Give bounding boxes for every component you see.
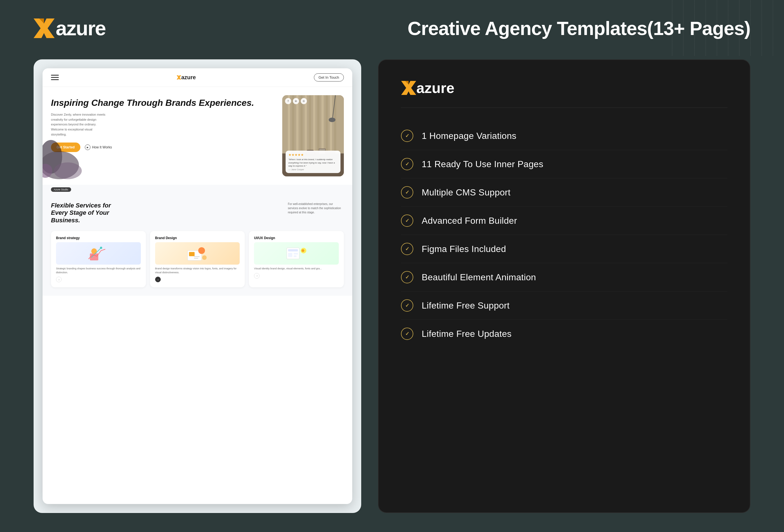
svg-rect-36 — [194, 258, 198, 259]
svg-rect-18 — [330, 95, 332, 151]
svg-point-34 — [198, 247, 205, 254]
feature-item-1: ✓ 1 Homepage Variations — [401, 122, 727, 150]
check-icon-4: ✓ — [401, 215, 413, 227]
check-icon-1: ✓ — [401, 130, 413, 142]
service-card-brand-strategy: Brand strategy Strategic brand — [51, 231, 146, 287]
star-rating: ★★★★★ — [288, 153, 338, 157]
service-card-1-desc: Strategic branding shapes business succe… — [56, 267, 141, 274]
uiux-illustration — [285, 245, 308, 262]
facebook-icon: f — [285, 98, 291, 104]
right-logo: azure — [401, 80, 727, 96]
preview-logo-text: azure — [181, 74, 196, 81]
svg-point-37 — [202, 255, 207, 260]
feature-label-8: Lifetime Free Updates — [422, 329, 511, 339]
preview-logo: azure — [177, 74, 196, 81]
ink-splash-decoration — [43, 132, 93, 188]
preview-inner: azure Get In Touch Inspiring Change Thro… — [43, 68, 352, 504]
service-card-1-arrow[interactable]: → — [56, 277, 62, 282]
svg-rect-42 — [294, 255, 297, 257]
service-card-2-arrow[interactable]: → — [155, 277, 161, 282]
svg-point-31 — [100, 247, 102, 249]
svg-marker-2 — [177, 75, 181, 80]
feature-item-7: ✓ Lifetime Free Support — [401, 291, 727, 320]
svg-marker-45 — [401, 81, 416, 95]
service-card-brand-design: Brand Design Brand design tran — [150, 231, 245, 287]
get-in-touch-button[interactable]: Get In Touch — [314, 73, 344, 82]
feature-item-2: ✓ 11 Ready To Use Inner Pages — [401, 150, 727, 178]
svg-rect-39 — [288, 249, 298, 251]
svg-rect-17 — [326, 95, 328, 151]
feature-label-3: Multiple CMS Support — [422, 187, 510, 198]
svg-rect-14 — [313, 95, 315, 151]
check-icon-3: ✓ — [401, 186, 413, 198]
check-icon-5: ✓ — [401, 243, 413, 255]
studio-badge: Azure Studio — [51, 187, 71, 192]
feature-label-5: Figma Files Included — [422, 244, 506, 254]
check-icon-8: ✓ — [401, 328, 413, 340]
service-card-3-arrow[interactable]: → — [254, 273, 259, 279]
feature-label-1: 1 Homepage Variations — [422, 131, 516, 141]
preview-hero: Inspiring Change Through Brands Experien… — [43, 87, 352, 185]
service-card-1-image — [56, 242, 141, 264]
right-logo-text: azure — [416, 80, 454, 96]
bg-decoration — [672, 0, 784, 56]
brand-design-illustration — [186, 245, 208, 262]
logo-text: azure — [56, 17, 106, 40]
feature-label-2: 11 Ready To Use Inner Pages — [422, 159, 543, 169]
service-card-2-title: Brand Design — [155, 236, 240, 240]
services-description: For well-established enterprises, our se… — [288, 202, 344, 215]
svg-rect-41 — [294, 253, 298, 254]
svg-rect-33 — [189, 252, 195, 256]
svg-point-21 — [329, 118, 335, 122]
services-header: Flexible Services for Every Stage of You… — [51, 202, 344, 224]
feature-label-4: Advanced Form Builder — [422, 216, 517, 226]
preview-logo-x-icon — [177, 75, 181, 80]
brand-strategy-illustration — [87, 245, 110, 262]
check-icon-6: ✓ — [401, 271, 413, 283]
how-it-works-label: How It Works — [92, 145, 112, 149]
social-icons: f in ⊙ — [285, 98, 307, 104]
divider — [401, 108, 727, 108]
main-logo: azure — [34, 17, 106, 40]
svg-rect-15 — [317, 95, 319, 151]
service-card-3-title: UI/UX Design — [254, 236, 339, 240]
right-logo-x-icon — [401, 81, 416, 95]
quote-text: "When I look at this brand, I suddenly r… — [288, 158, 338, 167]
website-preview-panel: azure Get In Touch Inspiring Change Thro… — [34, 59, 361, 513]
svg-marker-0 — [34, 19, 55, 38]
service-card-3-image — [254, 242, 339, 264]
svg-point-5 — [54, 162, 82, 179]
quote-author: — Jane Cooper — [288, 168, 338, 171]
check-icon-7: ✓ — [401, 299, 413, 312]
service-card-2-image — [155, 242, 240, 264]
check-icon-2: ✓ — [401, 158, 413, 170]
preview-nav: azure Get In Touch — [43, 68, 352, 87]
feature-item-3: ✓ Multiple CMS Support — [401, 178, 727, 207]
service-card-3-desc: Visual identity brand design, visual ele… — [254, 267, 339, 271]
feature-item-4: ✓ Advanced Form Builder — [401, 207, 727, 235]
hero-title: Inspiring Change Through Brands Experien… — [51, 98, 277, 108]
main-content: azure Get In Touch Inspiring Change Thro… — [0, 51, 784, 521]
svg-rect-16 — [321, 95, 324, 151]
instagram-icon: ⊙ — [301, 98, 307, 104]
features-panel: azure ✓ 1 Homepage Variations ✓ 11 Ready… — [378, 59, 750, 513]
logo-x-icon — [34, 19, 55, 38]
service-card-uiux: UI/UX Design — [249, 231, 344, 287]
features-list: ✓ 1 Homepage Variations ✓ 11 Ready To Us… — [401, 122, 727, 493]
feature-item-5: ✓ Figma Files Included — [401, 235, 727, 263]
linkedin-icon: in — [293, 98, 299, 104]
header: azure Creative Agency Templates(13+ Page… — [0, 0, 784, 51]
svg-rect-35 — [194, 256, 200, 257]
hero-quote-card: ★★★★★ "When I look at this brand, I sudd… — [286, 151, 340, 173]
feature-item-6: ✓ Beautiful Element Animation — [401, 263, 727, 291]
svg-rect-40 — [288, 253, 292, 257]
service-card-2-desc: Brand design transforms strategy vision … — [155, 267, 240, 274]
svg-rect-13 — [309, 95, 311, 151]
service-card-1-title: Brand strategy — [56, 236, 141, 240]
feature-label-6: Beautiful Element Animation — [422, 272, 536, 282]
hamburger-icon — [51, 75, 59, 80]
preview-services: Flexible Services for Every Stage of You… — [43, 194, 352, 296]
services-title: Flexible Services for Every Stage of You… — [51, 202, 121, 224]
hero-image-inner: f in ⊙ ★★★★★ "When I look at this brand,… — [282, 95, 344, 176]
hero-image: f in ⊙ ★★★★★ "When I look at this brand,… — [282, 95, 344, 176]
